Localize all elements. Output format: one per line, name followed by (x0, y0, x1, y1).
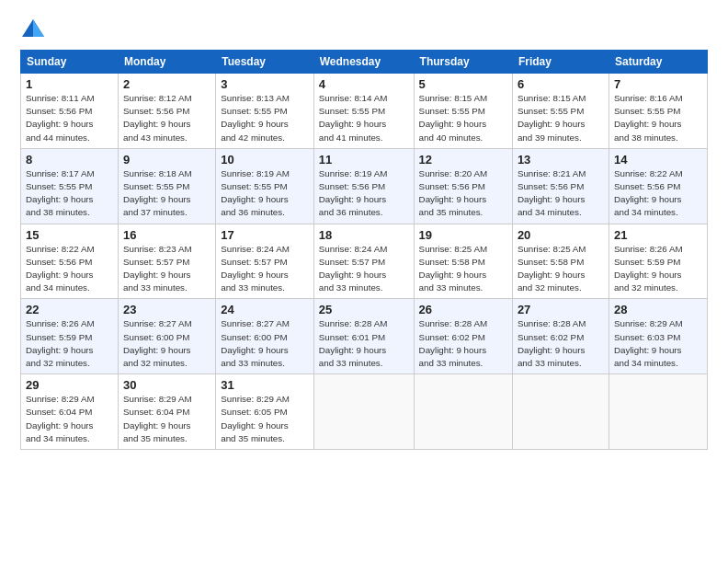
day-number: 25 (319, 303, 409, 316)
calendar-cell: 1Sunrise: 8:11 AM Sunset: 5:56 PM Daylig… (21, 74, 119, 149)
calendar-cell: 26Sunrise: 8:28 AM Sunset: 6:02 PM Dayli… (414, 299, 512, 374)
day-number: 30 (123, 378, 210, 392)
day-number: 5 (419, 77, 507, 91)
day-info: Sunrise: 8:18 AM Sunset: 5:55 PM Dayligh… (123, 167, 210, 220)
calendar-cell: 17Sunrise: 8:24 AM Sunset: 5:57 PM Dayli… (216, 224, 314, 299)
calendar-cell: 8Sunrise: 8:17 AM Sunset: 5:55 PM Daylig… (21, 148, 119, 224)
day-info: Sunrise: 8:21 AM Sunset: 5:56 PM Dayligh… (518, 167, 604, 220)
calendar-cell: 25Sunrise: 8:28 AM Sunset: 6:01 PM Dayli… (313, 299, 414, 374)
calendar-cell: 4Sunrise: 8:14 AM Sunset: 5:55 PM Daylig… (313, 74, 414, 149)
day-number: 9 (123, 153, 210, 167)
day-number: 28 (614, 303, 702, 316)
day-number: 7 (614, 77, 702, 91)
day-info: Sunrise: 8:12 AM Sunset: 5:56 PM Dayligh… (123, 92, 210, 144)
calendar-cell (414, 374, 512, 450)
day-number: 2 (123, 77, 210, 91)
day-number: 13 (518, 153, 604, 167)
calendar-cell: 2Sunrise: 8:12 AM Sunset: 5:56 PM Daylig… (118, 74, 215, 149)
day-info: Sunrise: 8:29 AM Sunset: 6:05 PM Dayligh… (221, 393, 309, 445)
day-info: Sunrise: 8:15 AM Sunset: 5:55 PM Dayligh… (518, 92, 604, 144)
day-number: 22 (26, 303, 113, 316)
day-number: 14 (614, 153, 702, 167)
day-number: 17 (221, 228, 309, 242)
calendar-week-row: 1Sunrise: 8:11 AM Sunset: 5:56 PM Daylig… (21, 74, 708, 149)
calendar-cell: 31Sunrise: 8:29 AM Sunset: 6:05 PM Dayli… (216, 374, 314, 450)
weekday-header: Saturday (609, 51, 707, 74)
day-number: 18 (319, 228, 409, 242)
weekday-header: Sunday (21, 51, 119, 74)
day-number: 20 (518, 228, 604, 242)
day-info: Sunrise: 8:25 AM Sunset: 5:58 PM Dayligh… (518, 243, 604, 295)
calendar-table: SundayMondayTuesdayWednesdayThursdayFrid… (20, 50, 708, 450)
logo-icon (20, 17, 46, 42)
day-info: Sunrise: 8:29 AM Sunset: 6:03 PM Dayligh… (614, 317, 702, 370)
calendar-cell: 29Sunrise: 8:29 AM Sunset: 6:04 PM Dayli… (21, 374, 119, 450)
day-number: 29 (26, 378, 113, 392)
day-info: Sunrise: 8:11 AM Sunset: 5:56 PM Dayligh… (26, 92, 113, 144)
day-number: 26 (419, 303, 507, 316)
day-number: 1 (26, 77, 113, 91)
day-info: Sunrise: 8:25 AM Sunset: 5:58 PM Dayligh… (419, 243, 507, 295)
day-info: Sunrise: 8:27 AM Sunset: 6:00 PM Dayligh… (221, 317, 309, 370)
calendar-cell: 19Sunrise: 8:25 AM Sunset: 5:58 PM Dayli… (414, 224, 512, 299)
day-info: Sunrise: 8:22 AM Sunset: 5:56 PM Dayligh… (26, 243, 113, 295)
calendar-cell: 11Sunrise: 8:19 AM Sunset: 5:56 PM Dayli… (313, 148, 414, 224)
page: SundayMondayTuesdayWednesdayThursdayFrid… (0, 0, 728, 563)
day-info: Sunrise: 8:26 AM Sunset: 5:59 PM Dayligh… (614, 243, 702, 295)
day-info: Sunrise: 8:28 AM Sunset: 6:02 PM Dayligh… (518, 317, 604, 370)
day-number: 24 (221, 303, 309, 316)
calendar-week-row: 22Sunrise: 8:26 AM Sunset: 5:59 PM Dayli… (21, 299, 708, 374)
day-info: Sunrise: 8:27 AM Sunset: 6:00 PM Dayligh… (123, 317, 210, 370)
weekday-header: Tuesday (216, 51, 314, 74)
calendar-week-row: 15Sunrise: 8:22 AM Sunset: 5:56 PM Dayli… (21, 224, 708, 299)
calendar-cell: 27Sunrise: 8:28 AM Sunset: 6:02 PM Dayli… (512, 299, 609, 374)
logo (20, 17, 50, 42)
day-number: 10 (221, 153, 309, 167)
header (20, 17, 708, 42)
calendar-cell: 30Sunrise: 8:29 AM Sunset: 6:04 PM Dayli… (118, 374, 215, 450)
day-number: 27 (518, 303, 604, 316)
day-number: 11 (319, 153, 409, 167)
day-info: Sunrise: 8:19 AM Sunset: 5:56 PM Dayligh… (319, 167, 409, 220)
day-number: 15 (26, 228, 113, 242)
day-number: 12 (419, 153, 507, 167)
day-number: 6 (518, 77, 604, 91)
calendar-cell: 24Sunrise: 8:27 AM Sunset: 6:00 PM Dayli… (216, 299, 314, 374)
calendar-cell (609, 374, 707, 450)
day-info: Sunrise: 8:29 AM Sunset: 6:04 PM Dayligh… (26, 393, 113, 445)
calendar-header-row: SundayMondayTuesdayWednesdayThursdayFrid… (21, 51, 708, 74)
calendar-cell (512, 374, 609, 450)
day-number: 31 (221, 378, 309, 392)
weekday-header: Thursday (414, 51, 512, 74)
calendar-cell: 7Sunrise: 8:16 AM Sunset: 5:55 PM Daylig… (609, 74, 707, 149)
day-info: Sunrise: 8:13 AM Sunset: 5:55 PM Dayligh… (221, 92, 309, 144)
day-info: Sunrise: 8:17 AM Sunset: 5:55 PM Dayligh… (26, 167, 113, 220)
calendar-cell: 21Sunrise: 8:26 AM Sunset: 5:59 PM Dayli… (609, 224, 707, 299)
day-info: Sunrise: 8:24 AM Sunset: 5:57 PM Dayligh… (221, 243, 309, 295)
calendar-cell: 16Sunrise: 8:23 AM Sunset: 5:57 PM Dayli… (118, 224, 215, 299)
day-number: 21 (614, 228, 702, 242)
calendar-cell: 28Sunrise: 8:29 AM Sunset: 6:03 PM Dayli… (609, 299, 707, 374)
day-info: Sunrise: 8:28 AM Sunset: 6:02 PM Dayligh… (419, 317, 507, 370)
day-number: 16 (123, 228, 210, 242)
day-info: Sunrise: 8:28 AM Sunset: 6:01 PM Dayligh… (319, 317, 409, 370)
calendar-cell: 10Sunrise: 8:19 AM Sunset: 5:55 PM Dayli… (216, 148, 314, 224)
day-info: Sunrise: 8:15 AM Sunset: 5:55 PM Dayligh… (419, 92, 507, 144)
calendar-week-row: 29Sunrise: 8:29 AM Sunset: 6:04 PM Dayli… (21, 374, 708, 450)
calendar-cell: 3Sunrise: 8:13 AM Sunset: 5:55 PM Daylig… (216, 74, 314, 149)
calendar-cell: 18Sunrise: 8:24 AM Sunset: 5:57 PM Dayli… (313, 224, 414, 299)
day-info: Sunrise: 8:22 AM Sunset: 5:56 PM Dayligh… (614, 167, 702, 220)
weekday-header: Friday (512, 51, 609, 74)
calendar-cell: 22Sunrise: 8:26 AM Sunset: 5:59 PM Dayli… (21, 299, 119, 374)
day-info: Sunrise: 8:26 AM Sunset: 5:59 PM Dayligh… (26, 317, 113, 370)
day-info: Sunrise: 8:29 AM Sunset: 6:04 PM Dayligh… (123, 393, 210, 445)
day-info: Sunrise: 8:24 AM Sunset: 5:57 PM Dayligh… (319, 243, 409, 295)
day-number: 8 (26, 153, 113, 167)
calendar-cell: 14Sunrise: 8:22 AM Sunset: 5:56 PM Dayli… (609, 148, 707, 224)
day-info: Sunrise: 8:16 AM Sunset: 5:55 PM Dayligh… (614, 92, 702, 144)
calendar-cell: 13Sunrise: 8:21 AM Sunset: 5:56 PM Dayli… (512, 148, 609, 224)
day-info: Sunrise: 8:20 AM Sunset: 5:56 PM Dayligh… (419, 167, 507, 220)
day-info: Sunrise: 8:14 AM Sunset: 5:55 PM Dayligh… (319, 92, 409, 144)
day-number: 23 (123, 303, 210, 316)
day-number: 19 (419, 228, 507, 242)
